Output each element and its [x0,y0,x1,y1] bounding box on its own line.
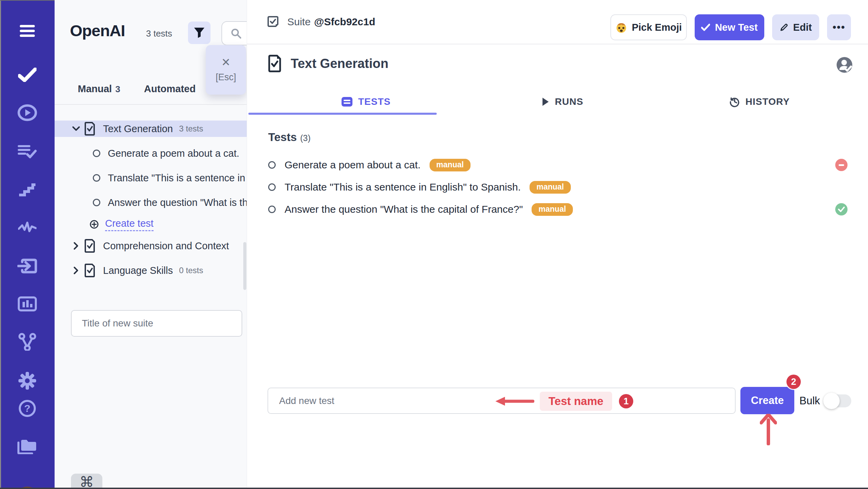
search-input[interactable] [221,21,247,45]
brand-tests-count: 3 tests [146,28,172,39]
doc-check-icon [267,55,282,72]
manual-badge: manual [532,203,573,216]
brand-title: OpenAI [70,21,125,40]
tree-scrollbar[interactable] [243,242,246,290]
annotation-arrow-up-icon [760,414,777,445]
tree-test-item[interactable]: Answer the question "What is the capital… [55,194,247,211]
chevron-down-icon[interactable] [70,126,82,131]
menu-icon[interactable] [19,24,35,38]
tests-heading-count: (3) [300,133,311,143]
toggle-knob [823,393,840,409]
new-test-button[interactable]: New Test [695,14,764,40]
tests-heading: Tests(3) [268,131,310,144]
create-button[interactable]: Create [740,387,794,414]
plus-circle-icon [89,220,99,229]
icon-rail: ? [0,0,55,489]
page-title: Text Generation [291,56,388,71]
excluded-status-icon[interactable] [835,159,848,171]
search-icon [231,28,241,39]
tree-suite-count: 3 tests [179,124,203,134]
tree-test-item[interactable]: Translate "This is a sentence in English… [55,170,247,186]
folder-icon[interactable] [17,438,38,454]
main-tabbar: TESTS RUNS HISTORY [267,92,858,112]
check-icon [701,24,710,31]
suite-title-row: Text Generation [267,55,388,72]
circle-icon [268,206,276,213]
more-options-button[interactable]: ••• [827,14,851,40]
check-icon[interactable] [18,68,37,82]
tree-suite-text-generation[interactable]: Text Generation 3 tests [55,121,247,137]
app-window: ? OpenAI 3 tests Manual3 Automated Text … [0,0,868,489]
pick-emoji-button[interactable]: Pick Emoji [610,14,687,40]
suite-identifier: Suite @Sfcb92c1d [266,15,375,29]
manual-badge: manual [430,159,471,171]
passed-status-icon[interactable] [835,203,848,215]
svg-text:?: ? [24,403,30,414]
circle-icon [93,174,100,182]
git-fork-icon[interactable] [18,333,36,351]
filter-button[interactable] [188,22,211,44]
active-tab-underline [248,113,437,115]
annotation-test-name-label: Test name [540,392,612,411]
tab-manual-count: 3 [115,84,120,94]
main-header: Suite @Sfcb92c1d Pick Emoji New Test Edi… [247,0,868,44]
circle-icon [93,199,100,206]
ellipsis-icon: ••• [833,22,845,33]
edit-button[interactable]: Edit [772,14,819,40]
create-test-link: Create test [105,218,154,231]
exploding-head-emoji-icon [616,22,627,33]
chevron-right-icon[interactable] [70,266,82,275]
bar-chart-icon[interactable] [18,296,37,311]
filter-icon [193,27,205,39]
manual-badge: manual [530,181,571,194]
tree-test-item[interactable]: Generate a poem about a cat. [55,145,247,162]
doc-check-icon [84,239,96,253]
command-key-button[interactable]: ⌘ [71,474,102,489]
tab-automated[interactable]: Automated [144,83,196,95]
suite-panel: OpenAI 3 tests Manual3 Automated Text Ge… [55,0,247,489]
circle-icon [268,161,276,169]
tab-history[interactable]: HISTORY [661,92,858,112]
pencil-icon [780,23,789,32]
window-edge [0,0,1,489]
window-edge [0,0,55,1]
card-lines-icon [341,97,353,107]
play-circle-icon[interactable] [17,104,37,121]
help-icon[interactable]: ? [18,400,36,417]
bulk-label: Bulk [799,395,820,407]
list-check-icon[interactable] [18,144,37,158]
import-icon[interactable] [17,259,37,274]
new-suite-title-input[interactable] [71,310,242,337]
window-edge [0,488,868,489]
tree-suite-language-skills[interactable]: Language Skills 0 tests [55,262,247,279]
filter-popover: × [Esc] [206,45,246,95]
tab-manual[interactable]: Manual3 [78,83,120,95]
user-check-icon[interactable] [836,56,853,75]
steps-icon[interactable] [18,183,36,197]
doc-check-icon [84,122,96,136]
tree-suite-comprehension[interactable]: Comprehension and Context [55,238,247,254]
close-icon[interactable]: × [222,57,230,67]
annotation-step-2-badge: 2 [786,375,801,389]
tree-create-test[interactable]: Create test [55,216,247,233]
play-icon [542,97,549,107]
activity-icon[interactable] [18,221,37,233]
circle-icon [268,183,276,191]
circle-icon [93,150,100,157]
tab-tests[interactable]: TESTS [267,92,464,112]
history-clock-icon [729,96,740,107]
settings-icon[interactable] [18,371,37,390]
test-row[interactable]: Generate a poem about a cat. manual [268,157,471,173]
annotation-step-1-badge: 1 [619,394,633,408]
suite-handle: @Sfcb92c1d [314,16,375,28]
test-row[interactable]: Answer the question "What is the capital… [268,201,573,218]
suite-doc-icon [266,15,280,29]
bulk-toggle[interactable] [825,394,851,407]
doc-check-icon [84,264,96,277]
chevron-right-icon[interactable] [70,242,82,250]
test-row[interactable]: Translate "This is a sentence in English… [268,179,571,195]
esc-hint: [Esc] [216,72,236,83]
main-panel: Suite @Sfcb92c1d Pick Emoji New Test Edi… [247,0,868,489]
tab-runs[interactable]: RUNS [464,92,661,112]
annotation-arrow-left-icon [495,396,534,406]
